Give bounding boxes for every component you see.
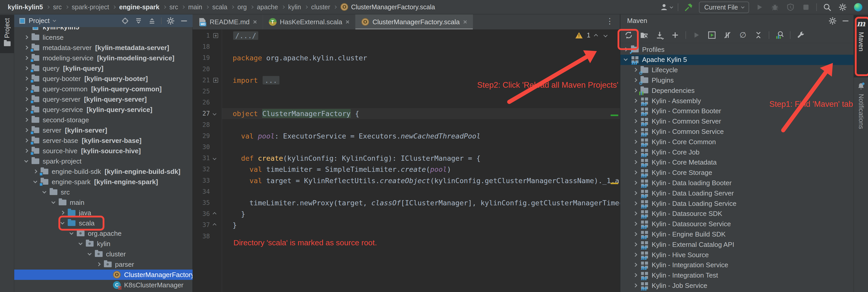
tool-strip-tab-notifications[interactable]: Notifications xyxy=(854,80,868,188)
hide-panel-icon[interactable] xyxy=(180,16,188,25)
tree-chevron-icon[interactable] xyxy=(24,161,28,162)
locate-file-icon[interactable] xyxy=(121,16,129,25)
tree-chevron-icon[interactable] xyxy=(60,212,64,214)
fold-marker-icon[interactable] xyxy=(213,223,216,227)
code-line-27[interactable]: 27object ClusterManagerFactory { xyxy=(193,108,620,119)
expand-all-icon[interactable] xyxy=(134,16,143,25)
maven-tree-item-kylin-data-loading-service[interactable]: Kylin - Data Loading Service xyxy=(620,198,854,209)
close-icon[interactable] xyxy=(345,20,349,24)
inspection-widget[interactable]: 1 xyxy=(576,32,607,39)
tree-chevron-icon[interactable] xyxy=(24,109,28,111)
tree-chevron-icon[interactable] xyxy=(633,120,637,122)
tree-chevron-icon[interactable] xyxy=(623,59,628,60)
project-tree-item-server-base[interactable]: server-base[kylin-server-base] xyxy=(14,136,193,146)
breadcrumb-item-scala[interactable]: scala xyxy=(212,3,227,11)
tree-chevron-icon[interactable] xyxy=(633,131,637,133)
project-tree-item-query-common[interactable]: query-common[kylin-query-common] xyxy=(14,84,193,94)
project-tree-item-metadata-server[interactable]: metadata-server[kylin-metadata-server] xyxy=(14,43,193,53)
breadcrumb-item-kylin-kylin5[interactable]: kylin-kylin5 xyxy=(8,3,43,11)
download-sources-icon[interactable] xyxy=(654,30,665,40)
close-icon[interactable] xyxy=(463,20,467,24)
project-tree-item-kylin[interactable]: kylin xyxy=(14,239,193,249)
run-icon[interactable] xyxy=(754,2,765,12)
gear-icon[interactable] xyxy=(166,16,175,25)
code-line-28[interactable]: 28 xyxy=(193,119,620,130)
maven-tree-item-kylin-integration-test[interactable]: Kylin - Integration Test xyxy=(620,270,854,281)
breadcrumb-item-src[interactable]: src xyxy=(53,3,62,11)
breadcrumb-item-engine-spark[interactable]: engine-spark xyxy=(119,3,159,11)
debug-icon[interactable] xyxy=(770,2,780,12)
project-tree-item-cluster[interactable]: cluster xyxy=(14,249,193,259)
more-tabs-icon[interactable]: ⋮ xyxy=(606,16,614,26)
breadcrumb-item-spark-project[interactable]: spark-project xyxy=(72,3,109,11)
breadcrumb-item-src[interactable]: src xyxy=(169,3,178,11)
project-tree-item-engine-build-sdk[interactable]: engine-build-sdk[kylin-engine-build-sdk] xyxy=(14,167,193,177)
code-line-29[interactable]: 29 val pool: ExecutorService = Executors… xyxy=(193,130,620,141)
maven-tree-item-kylin-engine-build-sdk[interactable]: Kylin - Engine Build SDK xyxy=(620,229,854,240)
maven-tree-item-kylin-hive-source[interactable]: Kylin - Hive Source xyxy=(620,250,854,260)
tree-chevron-icon[interactable] xyxy=(78,243,83,245)
tree-chevron-icon[interactable] xyxy=(633,213,637,215)
tree-chevron-icon[interactable] xyxy=(24,150,28,152)
project-tree-item-second-storage[interactable]: second-storage xyxy=(14,115,193,125)
project-tree-item-query-booter[interactable]: query-booter[kylin-query-booter] xyxy=(14,74,193,84)
tree-chevron-icon[interactable] xyxy=(33,181,37,183)
maven-tree-item-kylin-core-job[interactable]: Kylin - Core Job xyxy=(620,147,854,157)
ide-sphere-icon[interactable] xyxy=(853,2,863,12)
tree-chevron-icon[interactable] xyxy=(42,192,46,193)
close-icon[interactable] xyxy=(253,20,257,24)
breadcrumb-item-main[interactable]: main xyxy=(188,3,202,11)
tree-chevron-icon[interactable] xyxy=(633,203,637,205)
next-problem-icon[interactable] xyxy=(603,33,608,37)
maven-tree-item-kylin-data-loading-booter[interactable]: Kylin - Data loading Booter xyxy=(620,178,854,188)
build-hammer-icon[interactable] xyxy=(683,2,694,12)
tree-chevron-icon[interactable] xyxy=(24,119,28,121)
gear-icon[interactable] xyxy=(837,2,848,12)
run-configuration-select[interactable]: Current File xyxy=(699,2,749,13)
project-tree-item-query-service[interactable]: query-service[kylin-query-service] xyxy=(14,105,193,115)
tree-chevron-icon[interactable] xyxy=(87,254,92,255)
project-tree-item-java[interactable]: java xyxy=(14,208,193,218)
maven-tree-item-kylin-external-catalog-api[interactable]: Kylin - External Catalog API xyxy=(620,240,854,250)
maven-tree-item-kylin-core-common[interactable]: Kylin - Core Common xyxy=(620,137,854,147)
project-tree-item-parser[interactable]: parser xyxy=(14,259,193,269)
project-tree-item-engine-spark[interactable]: engine-spark[kylin-engine-spark] xyxy=(14,177,193,187)
tree-chevron-icon[interactable] xyxy=(633,223,637,225)
tree-chevron-icon[interactable] xyxy=(24,78,28,80)
tree-chevron-icon[interactable] xyxy=(633,233,637,235)
maven-tree-item-kylin-datasource-service[interactable]: Kylin - Datasource Service xyxy=(620,219,854,229)
project-tree-item-clustermanagerfactory[interactable]: OClusterManagerFactory xyxy=(14,269,193,280)
tree-chevron-icon[interactable] xyxy=(633,141,637,143)
tree-chevron-icon[interactable] xyxy=(24,47,28,49)
editor-tab-clustermanagerfactory-scala[interactable]: OClusterManagerFactory.scala xyxy=(355,14,473,29)
breadcrumb-item-apache[interactable]: apache xyxy=(257,3,278,11)
tree-chevron-icon[interactable] xyxy=(24,129,28,132)
tree-chevron-icon[interactable] xyxy=(24,36,28,39)
tree-chevron-icon[interactable] xyxy=(96,263,100,266)
tree-chevron-icon[interactable] xyxy=(633,100,637,102)
maven-tree-item-kylin-data-loading-server[interactable]: Kylin - Data Loading Server xyxy=(620,188,854,198)
profiler-icon[interactable] xyxy=(785,2,796,12)
add-maven-projects-icon[interactable] xyxy=(670,30,680,40)
run-maven-build-icon[interactable] xyxy=(691,30,702,40)
editor-tab-readme-md[interactable]: MDREADME.md xyxy=(193,14,263,29)
maven-tree-item-kylin-integration-service[interactable]: Kylin - Integration Service xyxy=(620,260,854,270)
generate-sources-icon[interactable] xyxy=(639,30,649,40)
code-line-36[interactable]: 36 } xyxy=(193,209,620,220)
tree-chevron-icon[interactable] xyxy=(69,233,73,234)
maven-tree-item-kylin-job-service[interactable]: Kylin - Job Service xyxy=(620,280,854,291)
project-tree-item-license[interactable]: license xyxy=(14,32,193,43)
tree-chevron-icon[interactable] xyxy=(633,172,637,174)
hide-panel-icon[interactable] xyxy=(841,16,850,25)
tree-chevron-icon[interactable] xyxy=(633,182,637,184)
tree-chevron-icon[interactable] xyxy=(633,244,637,246)
maven-tree-item-kylin-datasource-sdk[interactable]: Kylin - Datasource SDK xyxy=(620,209,854,219)
fold-marker-icon[interactable] xyxy=(213,156,216,161)
search-icon[interactable] xyxy=(822,2,832,12)
skip-tests-icon[interactable] xyxy=(722,30,733,40)
tree-chevron-icon[interactable] xyxy=(633,254,637,256)
gear-icon[interactable] xyxy=(828,16,837,25)
tree-chevron-icon[interactable] xyxy=(24,140,28,142)
tree-chevron-icon[interactable] xyxy=(24,88,28,90)
code-line-31[interactable]: 31 def create(kylinConfig: KylinConfig):… xyxy=(193,153,620,164)
